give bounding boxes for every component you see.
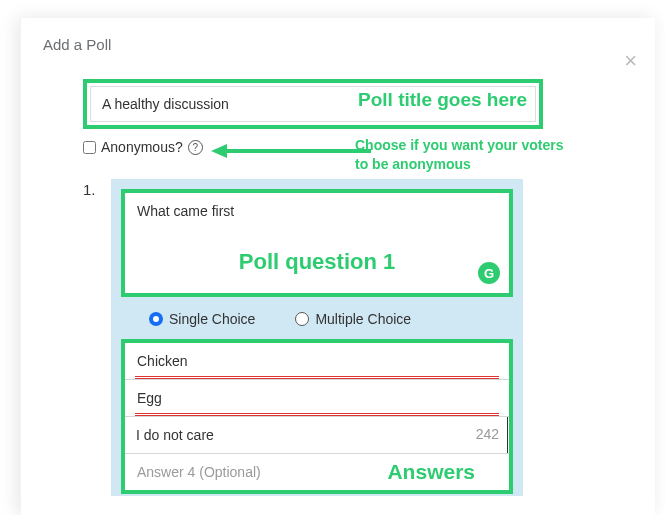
radio-unselected-icon [295,312,309,326]
question-card: Poll question 1 G Single Choice Multiple… [111,179,523,496]
background-page-fragment [0,0,20,515]
add-poll-modal: Add a Poll × Poll title goes here Anonym… [20,18,655,515]
anonymous-label: Anonymous? [101,139,183,155]
answer-row [125,343,509,380]
answers-highlight: 242 Answers [121,339,513,494]
annotation-title-caption: Poll title goes here [358,89,527,111]
answer-input-3[interactable] [124,417,508,453]
anonymous-row: Anonymous? ? Choose if you want your vot… [83,139,543,155]
answer-input-1[interactable] [125,343,509,379]
modal-title: Add a Poll [43,36,633,53]
close-button[interactable]: × [624,50,637,72]
single-choice-radio[interactable]: Single Choice [149,311,255,327]
choice-type-row: Single Choice Multiple Choice [121,297,513,339]
answer-input-4[interactable] [125,454,509,490]
multiple-choice-radio[interactable]: Multiple Choice [295,311,411,327]
annotation-arrow-icon [211,141,371,161]
single-choice-label: Single Choice [169,311,255,327]
character-count: 242 [476,426,499,442]
answer-row: 242 [125,417,509,454]
question-text-input[interactable] [125,193,509,289]
multiple-choice-label: Multiple Choice [315,311,411,327]
poll-title-highlight: Poll title goes here [83,79,543,129]
answer-row [125,454,509,490]
anonymous-checkbox[interactable] [83,141,96,154]
question-number: 1. [83,179,111,496]
question-row: 1. Poll question 1 G Single Choice Multi… [83,179,633,496]
modal-content: Poll title goes here Anonymous? ? Choose… [43,53,633,496]
answer-row [125,380,509,417]
question-text-highlight: Poll question 1 G [121,189,513,297]
answer-input-2[interactable] [125,380,509,416]
svg-marker-1 [211,144,227,158]
radio-selected-icon [149,312,163,326]
annotation-anonymous-caption: Choose if you want your voters to be ano… [355,136,565,174]
help-icon[interactable]: ? [188,140,203,155]
grammarly-icon[interactable]: G [478,262,500,284]
